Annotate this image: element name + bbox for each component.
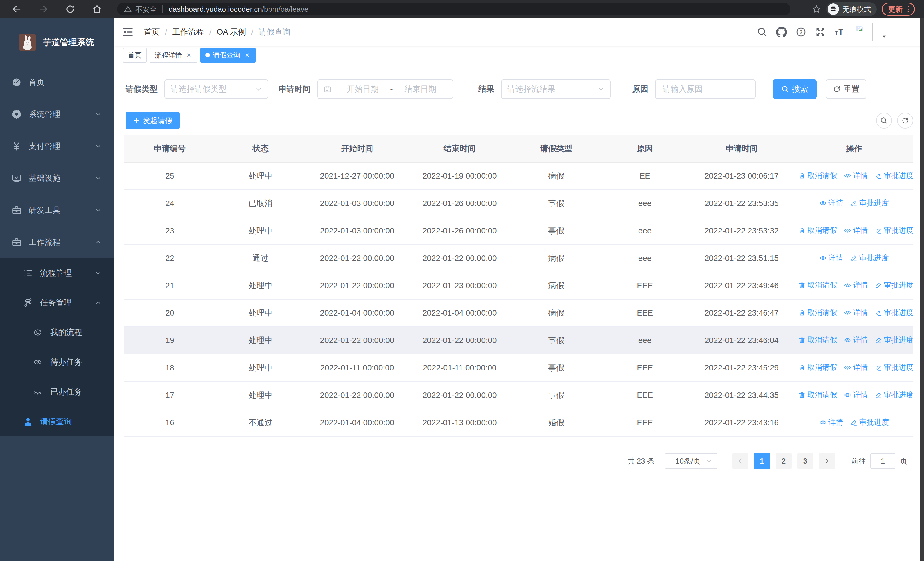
approval-progress-link[interactable]: 审批进度: [874, 280, 913, 290]
cell-status: 处理中: [215, 272, 306, 299]
approval-progress-link[interactable]: 审批进度: [874, 170, 913, 180]
search-button[interactable]: 搜索: [773, 80, 817, 99]
table-row[interactable]: 18处理中2022-01-11 00:00:002022-01-11 00:00…: [124, 354, 913, 382]
detail-link[interactable]: 详情: [844, 226, 868, 235]
apply-time-range-picker[interactable]: 开始日期 - 结束日期: [317, 80, 453, 99]
tree-list-icon: [23, 268, 33, 278]
sidebar-item-payment-management[interactable]: 支付管理: [0, 130, 114, 162]
page-button-3[interactable]: 3: [797, 453, 813, 469]
approval-progress-link[interactable]: 审批进度: [874, 390, 913, 400]
sidebar-item-process-management[interactable]: 流程管理: [0, 258, 114, 288]
browser-forward-icon[interactable]: [38, 4, 48, 14]
approval-progress-link[interactable]: 审批进度: [850, 417, 889, 427]
leave-query-tab[interactable]: 请假查询×: [200, 48, 256, 63]
table-row[interactable]: 21处理中2022-01-22 00:00:002022-01-23 00:00…: [124, 272, 913, 299]
dashboard-icon: [11, 77, 22, 87]
sidebar-item-system-management[interactable]: 系统管理: [0, 98, 114, 130]
approval-progress-link[interactable]: 审批进度: [874, 335, 913, 345]
breadcrumb-item[interactable]: 工作流程: [172, 27, 204, 38]
sidebar-item-workflow[interactable]: 工作流程: [0, 226, 114, 258]
detail-link[interactable]: 详情: [844, 280, 868, 290]
prev-page-button[interactable]: [732, 453, 748, 469]
table-row[interactable]: 25处理中2021-12-27 00:00:002022-01-19 00:00…: [124, 162, 913, 190]
github-icon[interactable]: [776, 27, 787, 38]
search-icon[interactable]: [757, 27, 768, 38]
approval-progress-link[interactable]: 审批进度: [874, 308, 913, 317]
fullscreen-icon[interactable]: [815, 27, 826, 38]
approval-progress-link[interactable]: 审批进度: [874, 226, 913, 235]
sidebar-item-done-tasks[interactable]: 已办任务: [0, 377, 114, 407]
sidebar-item-home[interactable]: 首页: [0, 66, 114, 98]
table-header-cell: 原因: [602, 135, 688, 162]
table-row[interactable]: 17处理中2022-01-22 00:00:002022-01-22 00:00…: [124, 382, 913, 409]
sidebar-item-my-process[interactable]: 我的流程: [0, 317, 114, 347]
page-button-2[interactable]: 2: [776, 453, 792, 469]
address-bar[interactable]: 不安全 dashboard.yudao.iocoder.cn/bpm/oa/le…: [117, 3, 790, 15]
browser-home-icon[interactable]: [92, 4, 102, 14]
create-leave-button[interactable]: 发起请假: [126, 112, 180, 129]
detail-link[interactable]: 详情: [844, 308, 868, 317]
cancel-leave-link[interactable]: 取消请假: [798, 226, 837, 235]
detail-link[interactable]: 详情: [844, 170, 868, 180]
page-size-select[interactable]: 10条/页: [665, 453, 717, 469]
sidebar-item-dev-tools[interactable]: 研发工具: [0, 194, 114, 226]
detail-link[interactable]: 详情: [819, 417, 843, 427]
font-size-icon[interactable]: TT: [834, 27, 845, 38]
sidebar-item-task-management[interactable]: 任务管理: [0, 288, 114, 317]
table-row[interactable]: 23处理中2022-01-03 00:00:002022-01-26 00:00…: [124, 217, 913, 245]
browser-back-icon[interactable]: [11, 4, 22, 14]
cancel-leave-link[interactable]: 取消请假: [798, 335, 837, 345]
browser-menu-icon[interactable]: [904, 5, 912, 13]
detail-link[interactable]: 详情: [819, 253, 843, 263]
approval-progress-link[interactable]: 审批进度: [850, 253, 889, 263]
bookmark-star-icon[interactable]: [812, 4, 821, 14]
breadcrumb-item[interactable]: OA 示例: [217, 27, 246, 38]
approval-progress-link[interactable]: 审批进度: [874, 362, 913, 373]
cancel-leave-link[interactable]: 取消请假: [798, 170, 837, 180]
detail-link[interactable]: 详情: [819, 198, 843, 208]
detail-link[interactable]: 详情: [844, 390, 868, 400]
table-search-button[interactable]: [876, 113, 892, 129]
close-icon[interactable]: ×: [244, 51, 250, 59]
approval-progress-link[interactable]: 审批进度: [850, 198, 889, 208]
browser-reload-icon[interactable]: [65, 4, 75, 14]
sidebar-item-todo-tasks[interactable]: 待办任务: [0, 347, 114, 377]
window-scrollbar[interactable]: [920, 18, 924, 561]
browser-update-button[interactable]: 更新: [882, 3, 915, 16]
breadcrumb-item[interactable]: 首页: [144, 27, 160, 38]
table-row[interactable]: 20处理中2022-01-04 00:00:002022-01-04 00:00…: [124, 299, 913, 327]
action-label: 取消请假: [807, 335, 837, 345]
leave-type-select[interactable]: 请选择请假类型: [164, 80, 268, 99]
cancel-leave-link[interactable]: 取消请假: [798, 280, 837, 290]
reset-button[interactable]: 重置: [826, 80, 866, 99]
goto-page-input[interactable]: [870, 453, 896, 469]
home-tab[interactable]: 首页: [123, 48, 147, 63]
cell-start-time: 2022-01-03 00:00:00: [306, 217, 408, 245]
reason-input[interactable]: [655, 80, 756, 99]
collapse-menu-icon[interactable]: [122, 26, 134, 38]
sidebar-item-leave-query[interactable]: 请假查询: [0, 407, 114, 436]
table-row[interactable]: 19处理中2022-01-22 00:00:002022-01-22 00:00…: [124, 327, 913, 354]
table-refresh-button[interactable]: [897, 113, 913, 129]
result-select[interactable]: 请选择流结果: [501, 80, 610, 99]
cancel-leave-link[interactable]: 取消请假: [798, 390, 837, 400]
process-detail-tab[interactable]: 流程详情×: [150, 48, 198, 63]
table-row[interactable]: 16不通过2022-01-04 00:00:002022-01-13 00:00…: [124, 409, 913, 436]
page-button-1[interactable]: 1: [754, 453, 770, 469]
next-page-button[interactable]: [819, 453, 835, 469]
app-logo-row[interactable]: 芋道管理系统: [0, 18, 114, 66]
help-icon[interactable]: ?: [796, 27, 806, 38]
close-icon[interactable]: ×: [186, 51, 192, 59]
cancel-leave-link[interactable]: 取消请假: [798, 308, 837, 317]
cell-apply-id: 22: [124, 245, 215, 272]
table-row[interactable]: 24已取消2022-01-03 00:00:002022-01-26 00:00…: [124, 190, 913, 217]
table-row[interactable]: 22通过2022-01-22 00:00:002022-01-22 00:00:…: [124, 245, 913, 272]
avatar-caret-icon[interactable]: [881, 33, 888, 40]
sidebar-item-infrastructure[interactable]: 基础设施: [0, 162, 114, 194]
result-placeholder: 请选择流结果: [507, 84, 597, 95]
cancel-leave-link[interactable]: 取消请假: [798, 362, 837, 373]
detail-link[interactable]: 详情: [844, 335, 868, 345]
avatar[interactable]: [854, 23, 873, 41]
cell-status: 处理中: [215, 217, 306, 245]
detail-link[interactable]: 详情: [844, 362, 868, 373]
